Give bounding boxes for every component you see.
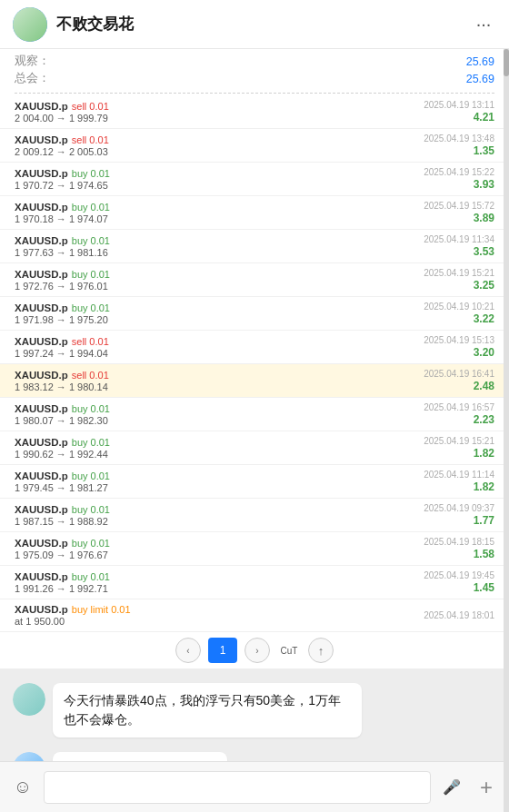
summary-view-row: 观察： 25.69	[15, 53, 494, 70]
trade-type: buy 0.01	[72, 235, 110, 246]
trade-right: 2025.04.19 13:48 1.35	[424, 134, 494, 157]
prev-page-button[interactable]: ‹	[175, 638, 201, 663]
next-icon: ›	[255, 646, 258, 656]
trade-type: buy 0.01	[72, 403, 110, 414]
trade-profit: 3.22	[424, 312, 494, 325]
trade-row: XAUUSD.p sell 0.01 2 009.12 → 2 005.03 2…	[0, 129, 509, 163]
summary-total-label: 总会：	[15, 71, 50, 86]
trade-left: XAUUSD.p sell 0.01 2 004.00 → 1 999.79	[15, 101, 109, 124]
message-bubble: 上半场做空，下半场做多。	[53, 752, 227, 761]
voice-button[interactable]: 🎤	[438, 774, 465, 801]
trade-left: XAUUSD.p buy 0.01 1 977.63 → 1 981.16	[15, 235, 110, 258]
trade-symbol-line: XAUUSD.p buy 0.01	[15, 302, 110, 313]
more-button[interactable]: ···	[471, 12, 496, 37]
trade-left: XAUUSD.p buy 0.01 1 971.98 → 1 975.20	[15, 302, 110, 325]
trade-prices: 1 970.18 → 1 974.07	[15, 213, 110, 224]
message-input[interactable]	[44, 771, 431, 804]
attachment-button[interactable]: +	[473, 774, 500, 801]
trade-profit: 3.93	[424, 178, 494, 191]
trade-symbol: XAUUSD.p	[15, 370, 68, 381]
trade-type: buy 0.01	[72, 202, 110, 213]
summary-view-value: 25.69	[466, 55, 494, 68]
trade-profit: 2.48	[424, 380, 494, 392]
trade-symbol: XAUUSD.p	[15, 134, 68, 145]
trade-row: XAUUSD.p buy 0.01 1 970.72 → 1 974.65 20…	[0, 163, 509, 196]
trade-profit: 1.35	[424, 144, 494, 157]
trade-profit: 3.20	[424, 346, 494, 359]
summary-view-label: 观察：	[15, 54, 50, 69]
trade-time: 2025.04.19 18:01	[424, 610, 494, 620]
trade-type: sell 0.01	[72, 134, 109, 145]
header: 不败交易花 ···	[0, 0, 509, 49]
trade-right: 2025.04.19 11:14 1.82	[424, 470, 494, 493]
trade-right: 2025.04.19 15:21 3.25	[424, 268, 494, 292]
trade-left: XAUUSD.p buy 0.01 1 972.76 → 1 976.01	[15, 269, 110, 292]
trade-symbol: XAUUSD.p	[15, 269, 68, 280]
trade-type: buy 0.01	[72, 269, 110, 280]
trade-right: 2025.04.19 09:37 1.77	[424, 503, 494, 527]
next-page-button[interactable]: ›	[245, 638, 270, 663]
trade-profit: 4.21	[424, 111, 494, 124]
trade-row: XAUUSD.p buy 0.01 1 990.62 → 1 992.44 20…	[0, 431, 509, 465]
trade-prices: 1 979.45 → 1 981.27	[15, 482, 110, 493]
trade-type: buy 0.01	[72, 504, 110, 515]
more-row: ‹ 1 › CuT ↑	[0, 632, 509, 668]
trade-symbol-line: XAUUSD.p buy 0.01	[15, 470, 110, 481]
trade-symbol-line: XAUUSD.p buy 0.01	[15, 538, 110, 549]
emoji-button[interactable]: ☺	[9, 774, 36, 801]
trade-row: XAUUSD.p buy 0.01 1 970.18 → 1 974.07 20…	[0, 196, 509, 230]
message-text: 今天行情暴跌40点，我的浮亏只有50美金，1万年也不会爆仓。	[64, 693, 341, 727]
trade-symbol: XAUUSD.p	[15, 235, 68, 246]
trade-time: 2025.04.19 15:21	[424, 436, 494, 446]
trade-time: 2025.04.19 13:48	[424, 134, 494, 144]
message-bubble: 今天行情暴跌40点，我的浮亏只有50美金，1万年也不会爆仓。	[53, 683, 362, 738]
trade-profit: 3.53	[424, 245, 494, 258]
trade-symbol-line: XAUUSD.p buy 0.01	[15, 168, 110, 179]
trade-time: 2025.04.19 10:21	[424, 302, 494, 312]
trade-row: XAUUSD.p buy 0.01 1 977.63 → 1 981.16 20…	[0, 230, 509, 263]
trade-row: XAUUSD.p buy 0.01 1 980.07 → 1 982.30 20…	[0, 398, 509, 431]
trade-row: XAUUSD.p buy 0.01 1 991.26 → 1 992.71 20…	[0, 566, 509, 599]
trade-left: XAUUSD.p buy 0.01 1 970.72 → 1 974.65	[15, 168, 110, 191]
trade-prices: 1 977.63 → 1 981.16	[15, 247, 110, 258]
trade-right: 2025.04.19 16:41 2.48	[424, 369, 494, 392]
trade-prices: 1 991.26 → 1 992.71	[15, 583, 110, 594]
trade-type: buy 0.01	[72, 302, 110, 313]
trade-left: XAUUSD.p sell 0.01 2 009.12 → 2 005.03	[15, 134, 109, 157]
trade-profit: 2.23	[424, 413, 494, 426]
trade-type: buy 0.01	[72, 538, 110, 549]
trade-profit: 1.58	[424, 548, 494, 560]
message-avatar	[13, 752, 45, 761]
trade-prices: 1 971.98 → 1 975.20	[15, 314, 110, 325]
trade-time: 2025.04.19 16:57	[424, 402, 494, 412]
trade-prices: 1 980.07 → 1 982.30	[15, 415, 110, 426]
trade-left: XAUUSD.p buy 0.01 1 991.26 → 1 992.71	[15, 571, 110, 594]
trade-profit: 1.82	[424, 447, 494, 460]
trade-time: 2025.04.19 09:37	[424, 503, 494, 513]
scrollbar-thumb	[504, 49, 509, 76]
scrollbar[interactable]	[504, 49, 509, 812]
avatar	[13, 7, 47, 42]
trade-time: 2025.04.19 13:11	[424, 100, 494, 110]
trade-prices: 2 004.00 → 1 999.79	[15, 113, 109, 124]
trade-symbol: XAUUSD.p	[15, 571, 68, 582]
trade-profit: 3.25	[424, 279, 494, 292]
page-indicator[interactable]: 1	[208, 638, 237, 663]
trade-row: XAUUSD.p buy 0.01 1 979.45 → 1 981.27 20…	[0, 465, 509, 499]
trade-left: XAUUSD.p buy 0.01 1 987.15 → 1 988.92	[15, 504, 110, 527]
trade-row: XAUUSD.p sell 0.01 1 997.24 → 1 994.04 2…	[0, 331, 509, 364]
share-button[interactable]: ↑	[308, 638, 334, 663]
trade-profit: 3.89	[424, 212, 494, 224]
trade-time: 2025.04.19 15:72	[424, 201, 494, 211]
trade-right: 2025.04.19 19:45 1.45	[424, 570, 494, 594]
trade-time: 2025.04.19 18:15	[424, 537, 494, 547]
trade-time: 2025.04.19 19:45	[424, 570, 494, 580]
trade-row: XAUUSD.p buy 0.01 1 975.09 → 1 976.67 20…	[0, 532, 509, 566]
trade-left: XAUUSD.p buy 0.01 1 990.62 → 1 992.44	[15, 437, 110, 460]
trade-prices: 1 997.24 → 1 994.04	[15, 348, 109, 359]
trade-type: sell 0.01	[72, 336, 109, 347]
trade-card: 观察： 25.69 总会： 25.69 XAUUSD.p sell 0.01 2…	[0, 49, 509, 668]
trade-divider	[15, 93, 494, 94]
trade-row: XAUUSD.p buy 0.01 1 971.98 → 1 975.20 20…	[0, 297, 509, 331]
trade-left: XAUUSD.p buy limit 0.01 at 1 950.00	[15, 604, 131, 627]
